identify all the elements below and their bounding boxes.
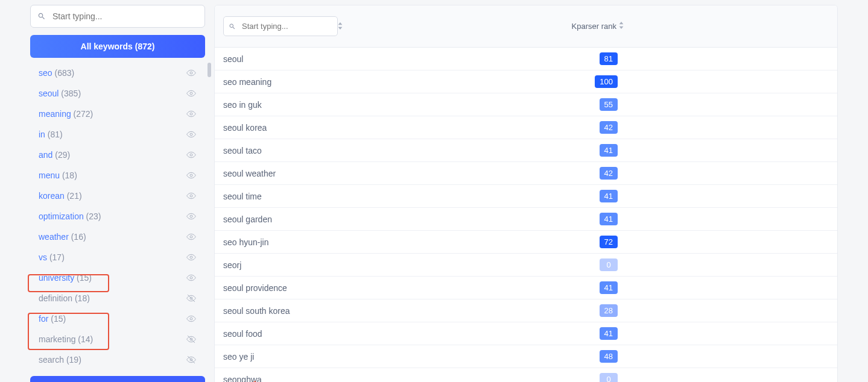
eye-hidden-icon[interactable]	[186, 334, 197, 345]
row-keyword: seoul garden	[223, 214, 600, 224]
keyword-label: meaning	[39, 109, 71, 119]
table-row[interactable]: seoul providence41	[215, 277, 837, 299]
rank-badge: 28	[600, 304, 618, 317]
eye-icon[interactable]	[186, 190, 197, 201]
sidebar-item[interactable]: seo (683)	[30, 63, 205, 83]
keyword-count: (19)	[66, 355, 81, 365]
eye-icon[interactable]	[186, 272, 197, 283]
table-row[interactable]: seo meaning100	[215, 70, 837, 93]
eye-icon[interactable]	[186, 211, 197, 222]
table-row[interactable]: seoul81	[215, 48, 837, 70]
keyword-label: search	[39, 355, 64, 365]
row-keyword: seoul korea	[223, 123, 600, 133]
highlight-box	[28, 313, 109, 350]
keyword-count: (17)	[49, 252, 65, 262]
sidebar-item[interactable]: korean (21)	[30, 186, 205, 206]
table-row[interactable]: seoul food41	[215, 322, 837, 345]
row-keyword: seo meaning	[223, 77, 595, 87]
table-row[interactable]: seoul time41	[215, 185, 837, 208]
sidebar-item[interactable]: and (29)	[30, 145, 205, 165]
eye-icon[interactable]	[186, 129, 197, 140]
table-row[interactable]: seoul taco41	[215, 139, 837, 162]
table-row[interactable]: seoul south korea28	[215, 299, 837, 322]
table-row[interactable]: seo ye ji48	[215, 345, 837, 368]
row-keyword: seo hyun-jin	[223, 237, 600, 247]
eye-icon[interactable]	[186, 170, 197, 181]
eye-icon[interactable]	[186, 252, 197, 263]
row-keyword: seoul south korea	[223, 306, 600, 316]
row-keyword: seoul providence	[223, 283, 600, 293]
keyword-label: menu	[39, 171, 60, 180]
row-keyword: seoul food	[223, 329, 600, 339]
sidebar-item[interactable]: search (19)	[30, 349, 205, 370]
svg-point-13	[190, 318, 192, 320]
eye-icon[interactable]	[186, 108, 197, 119]
keyword-count: (16)	[71, 232, 86, 242]
eye-hidden-icon[interactable]	[186, 293, 197, 304]
keyword-count: (21)	[67, 191, 82, 201]
eye-icon[interactable]	[186, 313, 197, 324]
rank-badge: 55	[600, 98, 618, 111]
rank-badge: 42	[600, 121, 618, 134]
sidebar-item[interactable]: in (81)	[30, 124, 205, 145]
rank-badge: 41	[600, 190, 618, 202]
annotation-arrow	[247, 378, 290, 382]
keyword-label: korean	[39, 191, 65, 201]
main-search-input[interactable]	[223, 16, 338, 36]
keyword-count: (29)	[55, 150, 70, 160]
rank-badge: 48	[600, 350, 618, 363]
rank-badge: 41	[600, 213, 618, 225]
keyword-count: (23)	[86, 211, 101, 221]
table-row[interactable]: seorj0	[215, 254, 837, 277]
sidebar-search-input[interactable]	[30, 5, 205, 28]
keyword-label: and	[39, 150, 52, 160]
sidebar-item[interactable]: optimization (23)	[30, 206, 205, 227]
eye-icon[interactable]	[186, 231, 197, 242]
rank-badge: 72	[600, 236, 618, 248]
copy-negatives-button[interactable]: Copy Negatives (3)	[30, 376, 205, 382]
rank-column-header[interactable]: Kparser rank	[572, 22, 624, 31]
svg-point-2	[190, 113, 192, 115]
row-keyword: seoul	[223, 54, 600, 64]
sort-icon[interactable]	[338, 22, 343, 31]
rank-badge: 81	[600, 52, 618, 65]
row-keyword: seo ye ji	[223, 352, 600, 362]
row-keyword: seoul weather	[223, 169, 600, 178]
keyword-label: vs	[39, 252, 47, 262]
keyword-label: seo	[39, 68, 52, 78]
all-keywords-count: (872)	[135, 42, 155, 51]
svg-point-3	[190, 133, 192, 136]
sidebar-item[interactable]: weather (16)	[30, 227, 205, 247]
main-header: Kparser rank	[215, 5, 837, 48]
svg-point-8	[190, 236, 192, 238]
sidebar-item[interactable]: vs (17)	[30, 247, 205, 268]
table-row[interactable]: seo hyun-jin72	[215, 231, 837, 254]
row-keyword: seo in guk	[223, 100, 600, 110]
keyword-list: seo (683)seoul (385)meaning (272)in (81)…	[30, 63, 205, 370]
data-rows: seoul81seo meaning100seo in guk55seoul k…	[215, 48, 837, 382]
keyword-label: definition	[39, 293, 72, 303]
table-row[interactable]: seoul korea42	[215, 116, 837, 139]
eye-icon[interactable]	[186, 67, 197, 78]
table-row[interactable]: seo in guk55	[215, 93, 837, 116]
sidebar-item[interactable]: meaning (272)	[30, 104, 205, 124]
rank-badge: 41	[600, 144, 618, 157]
eye-icon[interactable]	[186, 88, 197, 99]
sidebar-item[interactable]: menu (18)	[30, 165, 205, 186]
eye-hidden-icon[interactable]	[186, 354, 197, 365]
rank-header-label: Kparser rank	[572, 22, 616, 31]
keyword-count: (272)	[74, 109, 93, 119]
keyword-count: (385)	[61, 89, 81, 98]
keyword-count: (18)	[62, 171, 77, 180]
table-row[interactable]: seoul garden41	[215, 208, 837, 231]
scroll-thumb[interactable]	[207, 63, 211, 77]
eye-icon[interactable]	[186, 149, 197, 160]
table-row[interactable]: seonghwa0	[215, 368, 837, 382]
rank-badge: 100	[595, 75, 618, 88]
svg-point-5	[190, 174, 192, 177]
table-row[interactable]: seoul weather42	[215, 162, 837, 185]
sidebar-item[interactable]: seoul (385)	[30, 83, 205, 104]
svg-point-1	[190, 92, 192, 95]
all-keywords-button[interactable]: All keywords (872)	[30, 35, 205, 58]
svg-point-10	[190, 277, 192, 279]
